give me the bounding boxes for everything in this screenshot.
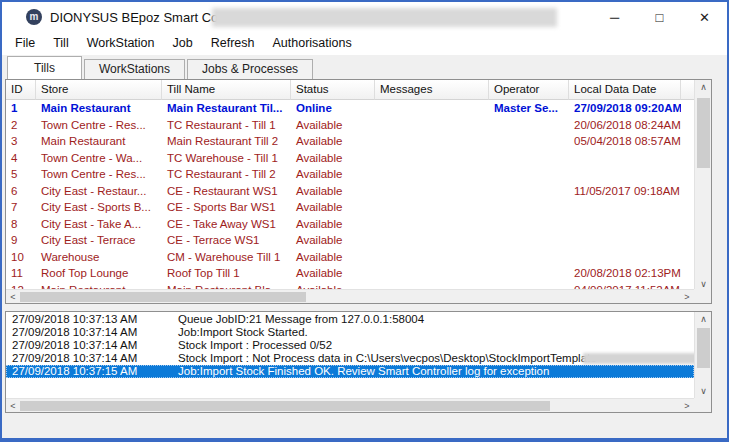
cell-status: Available — [291, 117, 375, 134]
column-header-till-name[interactable]: Till Name — [162, 80, 291, 100]
table-row[interactable]: 6City East - Restaur...CE - Restaurant W… — [6, 183, 694, 200]
minimize-button[interactable]: ─ — [592, 2, 637, 32]
cell-id: 6 — [6, 183, 36, 200]
column-header-store[interactable]: Store — [36, 80, 162, 100]
scroll-down-icon[interactable]: ∨ — [695, 384, 712, 398]
table-vertical-scrollbar[interactable]: ∧ ∨ — [694, 80, 711, 291]
table-row[interactable]: 5Town Centre - Res...TC Restaurant - Til… — [6, 166, 694, 183]
log-hscroll-thumb[interactable] — [20, 401, 550, 411]
table-row[interactable]: 9City East - TerraceCE - Terrace WS1Avai… — [6, 232, 694, 249]
scroll-right-icon[interactable]: > — [680, 399, 694, 413]
cell-messages — [375, 166, 489, 183]
log-entry[interactable]: 27/09/2018 10:37:14 AMStock Import : Not… — [6, 352, 694, 365]
cell-till: TC Restaurant - Till 1 — [162, 117, 291, 134]
table-row[interactable]: 3Main RestaurantMain Restaurant Till 2Av… — [6, 133, 694, 150]
cell-store: Main Restaurant — [36, 133, 162, 150]
cell-store: City East - Take A... — [36, 216, 162, 233]
cell-id: 10 — [6, 249, 36, 266]
cell-date — [569, 166, 681, 183]
table-row[interactable]: 12Main RestaurantMain Restaurant Bla...A… — [6, 282, 694, 290]
scroll-right-icon[interactable]: > — [680, 290, 694, 304]
log-timestamp: 27/09/2018 10:37:14 AM — [12, 352, 137, 365]
menu-item-job[interactable]: Job — [164, 32, 202, 55]
log-vertical-scrollbar[interactable]: ∧ ∨ — [694, 312, 711, 398]
scroll-left-icon[interactable]: < — [6, 290, 20, 304]
table-vscroll-thumb[interactable] — [697, 98, 710, 168]
table-row[interactable]: 2Town Centre - Res...TC Restaurant - Til… — [6, 117, 694, 134]
table-row[interactable]: 7City East - Sports B...CE - Sports Bar … — [6, 199, 694, 216]
cell-date — [569, 216, 681, 233]
table-row[interactable]: 8City East - Take A...CE - Take Away WS1… — [6, 216, 694, 233]
log-message: Stock Import : Processed 0/52 — [178, 339, 332, 352]
scroll-up-icon[interactable]: ∧ — [695, 312, 712, 326]
table-row[interactable]: 11Roof Top LoungeRoof Top Till 1Availabl… — [6, 265, 694, 282]
scroll-up-icon[interactable]: ∧ — [695, 80, 712, 94]
log-entry[interactable]: 27/09/2018 10:37:13 AMQueue JobID:21 Mes… — [6, 313, 694, 326]
table-row[interactable]: 1Main RestaurantMain Restaurant Til...On… — [6, 100, 694, 117]
column-header-messages[interactable]: Messages — [375, 80, 489, 100]
cell-date — [569, 249, 681, 266]
cell-status: Available — [291, 150, 375, 167]
cell-messages — [375, 282, 489, 290]
cell-store: Town Centre - Res... — [36, 117, 162, 134]
log-horizontal-scrollbar[interactable]: < > — [6, 398, 694, 412]
log-message: Queue JobID:21 Message from 127.0.0.1:58… — [178, 313, 424, 326]
cell-id: 3 — [6, 133, 36, 150]
menu-item-till[interactable]: Till — [44, 32, 78, 55]
scroll-left-icon[interactable]: < — [6, 399, 20, 413]
cell-operator — [489, 249, 569, 266]
menu-item-authorisations[interactable]: Authorisations — [263, 32, 360, 55]
column-header-id[interactable]: ID — [6, 80, 36, 100]
cell-operator — [489, 265, 569, 282]
maximize-button[interactable]: □ — [637, 2, 682, 32]
cell-messages — [375, 117, 489, 134]
cell-messages — [375, 183, 489, 200]
menu-item-file[interactable]: File — [6, 32, 44, 55]
column-header-local-data-date[interactable]: Local Data Date — [569, 80, 681, 100]
column-header-operator[interactable]: Operator — [489, 80, 569, 100]
log-message: Job:Import Stock Finished OK. Review Sma… — [178, 365, 549, 378]
cell-store: Town Centre - Res... — [36, 166, 162, 183]
log-vscroll-thumb[interactable] — [697, 328, 710, 368]
cell-operator — [489, 199, 569, 216]
cell-id: 2 — [6, 117, 36, 134]
tab-tills[interactable]: Tills — [7, 56, 82, 79]
log-entry[interactable]: 27/09/2018 10:37:15 AMJob:Import Stock F… — [6, 365, 694, 378]
redacted-text — [583, 353, 694, 364]
cell-date — [569, 199, 681, 216]
cell-till: Main Restaurant Til... — [162, 100, 291, 117]
menu-bar: FileTillWorkStationJobRefreshAuthorisati… — [2, 32, 727, 55]
log-timestamp: 27/09/2018 10:37:15 AM — [12, 365, 137, 378]
app-icon: m — [26, 9, 42, 25]
table-row[interactable]: 4Town Centre - Wa...TC Warehouse - Till … — [6, 150, 694, 167]
cell-operator: Master Se... — [489, 100, 569, 117]
menu-item-workstation[interactable]: WorkStation — [78, 32, 164, 55]
cell-operator — [489, 166, 569, 183]
cell-date: 20/06/2018 08:24AM — [569, 117, 681, 134]
cell-id: 9 — [6, 232, 36, 249]
log-entry[interactable]: 27/09/2018 10:37:14 AMJob:Import Stock S… — [6, 326, 694, 339]
close-button[interactable]: ✕ — [682, 2, 727, 32]
tab-workstations[interactable]: WorkStations — [84, 59, 185, 79]
tab-jobs-processes[interactable]: Jobs & Processes — [187, 59, 313, 79]
log-timestamp: 27/09/2018 10:37:13 AM — [12, 313, 137, 326]
column-header-status[interactable]: Status — [291, 80, 375, 100]
table-horizontal-scrollbar[interactable]: < > — [6, 289, 694, 303]
menu-item-refresh[interactable]: Refresh — [202, 32, 264, 55]
cell-status: Available — [291, 133, 375, 150]
table-row[interactable]: 10WarehouseCM - Warehouse Till 1Availabl… — [6, 249, 694, 266]
log-lines: 27/09/2018 10:37:13 AMQueue JobID:21 Mes… — [6, 313, 694, 398]
log-entry[interactable]: 27/09/2018 10:37:14 AMStock Import : Pro… — [6, 339, 694, 352]
cell-id: 7 — [6, 199, 36, 216]
cell-status: Available — [291, 166, 375, 183]
cell-status: Available — [291, 216, 375, 233]
cell-status: Available — [291, 232, 375, 249]
cell-operator — [489, 183, 569, 200]
cell-date — [569, 232, 681, 249]
table-hscroll-thumb[interactable] — [20, 292, 306, 302]
tab-strip: TillsWorkStationsJobs & Processes — [7, 56, 315, 79]
cell-store: City East - Sports B... — [36, 199, 162, 216]
cell-status: Available — [291, 265, 375, 282]
cell-store: City East - Restaur... — [36, 183, 162, 200]
cell-till: Main Restaurant Till 2 — [162, 133, 291, 150]
